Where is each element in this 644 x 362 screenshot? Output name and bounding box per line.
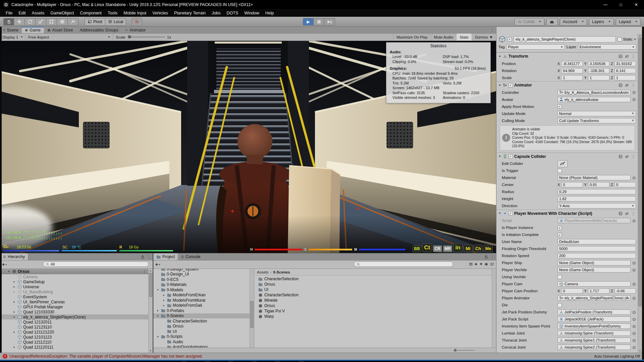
fold-arrow-icon[interactable]: ▾	[156, 288, 160, 291]
axis-x-field[interactable]: 1	[561, 75, 583, 80]
inspector-scrollbar[interactable]: ▲ ▼	[638, 34, 642, 353]
object-field[interactable]: mixamorig:Spine1 (Transform)	[557, 338, 631, 343]
menu-vehicles[interactable]: Vehicles	[149, 11, 171, 15]
icon-size-knob[interactable]	[454, 349, 457, 352]
object-field[interactable]: Camera	[557, 281, 631, 287]
object-picker-icon[interactable]: ⊙	[632, 296, 636, 301]
scale-slider-track[interactable]	[127, 37, 165, 38]
hand-tool-button[interactable]	[3, 18, 14, 25]
fold-arrow-icon[interactable]: ▸	[162, 294, 166, 297]
active-checkbox[interactable]: ✓	[507, 37, 512, 42]
project-menu-icon[interactable]: ⋮	[490, 254, 494, 259]
project-tree-item[interactable]: 0-ECS	[153, 277, 250, 282]
project-file-item[interactable]: Orsus	[254, 303, 496, 308]
project-file-item[interactable]: CharacterSelection	[254, 292, 496, 298]
menu-dots[interactable]: DOTS	[224, 11, 241, 15]
project-search-input[interactable]	[354, 261, 453, 267]
menu-edit[interactable]: Edit	[15, 11, 29, 15]
tab-asset-store[interactable]: ▣Asset Store	[44, 27, 76, 33]
fold-arrow-icon[interactable]: ▸	[162, 299, 166, 302]
object-field[interactable]: ely_k_atienzaAvatar	[557, 97, 631, 102]
project-files-scrollbar[interactable]	[492, 269, 496, 348]
static-checkbox[interactable]	[618, 37, 622, 42]
component-menu-icon[interactable]: ⋮	[631, 83, 635, 87]
object-field[interactable]: None (Physic Material)	[557, 175, 631, 180]
dropdown-field[interactable]: Y-Axis▼	[557, 203, 636, 208]
favorites-icon[interactable]: ★	[479, 262, 483, 266]
pause-button[interactable]	[314, 18, 324, 25]
axis-y-field[interactable]: 3.150536	[588, 61, 609, 66]
project-tree-scrollbar[interactable]	[250, 269, 254, 348]
project-tree-item[interactable]: ▸0-Prefabs	[153, 308, 250, 313]
text-field[interactable]: 200	[557, 253, 636, 258]
text-field[interactable]: DefaultUser	[557, 239, 636, 244]
presets-icon[interactable]: ⇄	[625, 211, 629, 216]
project-tree-item[interactable]: Audio	[153, 339, 250, 345]
object-picker-icon[interactable]: ⊙	[632, 324, 636, 329]
custom-tool-button[interactable]	[68, 18, 78, 25]
view-tabs-menu-icon[interactable]: ⋮	[490, 28, 494, 33]
local-toggle-button[interactable]: Local	[105, 18, 126, 25]
project-tree-item[interactable]: 0-Materials	[153, 282, 250, 288]
fold-arrow-icon[interactable]: ▼	[498, 155, 501, 158]
gizmos-dropdown[interactable]: Gizmos▼	[472, 34, 496, 41]
text-field[interactable]: 1.82	[557, 196, 636, 201]
fold-arrow-icon[interactable]: ▾	[156, 314, 160, 317]
rect-tool-button[interactable]	[46, 18, 57, 25]
status-bar[interactable]: ! UnassignedReferenceException: The vari…	[0, 353, 644, 360]
checkbox[interactable]: ✓	[508, 211, 513, 216]
object-picker-icon[interactable]: ⊙	[632, 338, 636, 343]
object-picker-icon[interactable]: ⊙	[632, 90, 636, 95]
object-field[interactable]: None (Game Object)	[557, 260, 631, 265]
project-file-item[interactable]: CharacterSelection	[254, 276, 496, 282]
scale-slider-knob[interactable]	[128, 35, 131, 39]
lock-icon[interactable]	[141, 255, 145, 259]
hierarchy-scrollbar[interactable]: ▲ ▼	[148, 269, 153, 353]
object-field[interactable]: Jetpack001E (JetPack)	[557, 316, 631, 322]
gameobject-name-field[interactable]: ely_k_atienza_SinglePlayer(Clone)	[514, 36, 616, 43]
lock-icon[interactable]	[484, 255, 488, 259]
hierarchy-item[interactable]: ▸UI_BaseBuilding	[0, 289, 148, 294]
hierarchy-item[interactable]: Quad 12112110	[0, 340, 148, 345]
dropdown-field[interactable]: Cull Update Transforms▼	[557, 118, 636, 123]
hierarchy-scene-row[interactable]: ▾Orsus⋮	[0, 269, 148, 274]
menu-planetary-terrain[interactable]: Planetary Terrain	[171, 11, 209, 15]
text-field[interactable]: 5000	[557, 246, 636, 251]
help-icon[interactable]: ?	[619, 83, 623, 87]
dropdown-field[interactable]: Normal▼	[557, 111, 636, 116]
hierarchy-item[interactable]: EventSystem	[0, 294, 148, 299]
project-file-item[interactable]: UI	[254, 287, 496, 292]
presets-icon[interactable]: ⇄	[625, 154, 629, 159]
rotate-tool-button[interactable]	[25, 18, 36, 25]
menu-mobile-input[interactable]: Mobile Input	[120, 11, 149, 15]
cloud-services-button[interactable]	[546, 18, 558, 25]
object-picker-icon[interactable]: ⊙	[632, 97, 636, 102]
object-field[interactable]: Ely_K_Atienza_BasicLocomotionAnim	[557, 90, 631, 95]
menu-gameobject[interactable]: GameObject	[47, 11, 77, 15]
fold-arrow-icon[interactable]: ▸	[12, 290, 16, 293]
axis-x-field[interactable]: 0	[561, 288, 583, 294]
search-by-type-icon[interactable]: ▤	[469, 262, 472, 266]
component-header[interactable]: ▼✓Animator?⇄⋮	[496, 81, 638, 89]
project-file-item[interactable]: Orsus	[254, 282, 496, 287]
project-tree-item[interactable]: ▸ModelsFromMurat	[153, 298, 250, 303]
object-field[interactable]: None (Game Object)	[557, 267, 631, 273]
layout-dropdown[interactable]: Layout▼	[616, 18, 641, 25]
project-create-button[interactable]: +▾	[155, 262, 160, 267]
collab-dropdown[interactable]: Collab ▼	[515, 18, 544, 25]
pivot-toggle-button[interactable]: Pivot	[85, 18, 105, 25]
hierarchy-item[interactable]: Quad 12101123	[0, 335, 148, 340]
project-file-item[interactable]: Warp	[254, 314, 496, 319]
account-dropdown[interactable]: Account▼	[560, 18, 587, 25]
hierarchy-item[interactable]: ▸GameSetup	[0, 279, 148, 284]
checkbox[interactable]: ✓	[508, 154, 513, 159]
object-picker-icon[interactable]: ⊙	[632, 310, 636, 315]
mute-audio-button[interactable]: Mute Audio	[431, 34, 457, 41]
object-field[interactable]: mixamorig:Spine (Transform)	[557, 330, 631, 336]
menu-tools[interactable]: Tools	[105, 11, 120, 15]
play-button[interactable]: ▶	[303, 18, 314, 25]
project-tree-item[interactable]: 0-Design_UI	[153, 272, 250, 277]
scale-tool-button[interactable]	[36, 18, 46, 25]
object-picker-icon[interactable]: ⊙	[632, 260, 636, 265]
menu-assets[interactable]: Assets	[29, 11, 48, 15]
